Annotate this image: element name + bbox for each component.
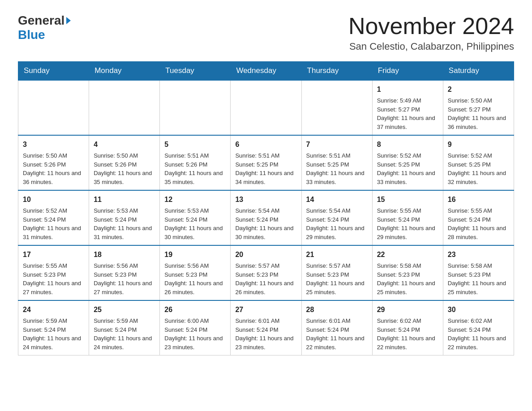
calendar-cell [18,80,89,135]
week-row-4: 17Sunrise: 5:55 AM Sunset: 5:23 PM Dayli… [18,245,514,300]
day-info: Sunrise: 5:57 AM Sunset: 5:23 PM Dayligh… [306,261,368,296]
calendar-cell: 30Sunrise: 6:02 AM Sunset: 5:24 PM Dayli… [443,300,514,355]
calendar-cell [231,80,301,135]
col-header-tuesday: Tuesday [160,62,231,81]
day-info: Sunrise: 5:51 AM Sunset: 5:25 PM Dayligh… [306,151,368,186]
col-header-wednesday: Wednesday [231,62,301,81]
calendar-cell: 28Sunrise: 6:01 AM Sunset: 5:24 PM Dayli… [301,300,372,355]
calendar-cell: 19Sunrise: 5:56 AM Sunset: 5:23 PM Dayli… [160,245,231,300]
calendar-cell [89,80,160,135]
day-number: 30 [448,304,509,315]
calendar-cell: 26Sunrise: 6:00 AM Sunset: 5:24 PM Dayli… [160,300,231,355]
logo-general-text: General [18,13,64,28]
calendar-cell: 5Sunrise: 5:51 AM Sunset: 5:26 PM Daylig… [160,135,231,190]
calendar-cell: 12Sunrise: 5:53 AM Sunset: 5:24 PM Dayli… [160,190,231,245]
day-info: Sunrise: 5:52 AM Sunset: 5:24 PM Dayligh… [23,206,84,241]
day-number: 13 [235,194,296,205]
day-number: 10 [23,194,84,205]
calendar-cell: 16Sunrise: 5:55 AM Sunset: 5:24 PM Dayli… [443,190,514,245]
calendar-cell: 24Sunrise: 5:59 AM Sunset: 5:24 PM Dayli… [18,300,89,355]
calendar-cell: 1Sunrise: 5:49 AM Sunset: 5:27 PM Daylig… [372,80,443,135]
day-info: Sunrise: 5:58 AM Sunset: 5:23 PM Dayligh… [377,261,438,296]
day-number: 7 [306,139,368,150]
day-info: Sunrise: 5:53 AM Sunset: 5:24 PM Dayligh… [94,206,155,241]
day-number: 16 [448,194,509,205]
day-info: Sunrise: 5:59 AM Sunset: 5:24 PM Dayligh… [23,317,84,351]
day-number: 6 [235,139,296,150]
day-info: Sunrise: 5:50 AM Sunset: 5:26 PM Dayligh… [94,151,155,186]
day-info: Sunrise: 5:53 AM Sunset: 5:24 PM Dayligh… [164,206,226,241]
calendar-cell: 11Sunrise: 5:53 AM Sunset: 5:24 PM Dayli… [89,190,160,245]
day-info: Sunrise: 5:54 AM Sunset: 5:24 PM Dayligh… [306,206,368,241]
calendar-cell: 21Sunrise: 5:57 AM Sunset: 5:23 PM Dayli… [301,245,372,300]
calendar-cell: 3Sunrise: 5:50 AM Sunset: 5:26 PM Daylig… [18,135,89,190]
location-text: San Celestio, Calabarzon, Philippines [348,41,514,52]
day-info: Sunrise: 5:55 AM Sunset: 5:24 PM Dayligh… [377,206,438,241]
day-info: Sunrise: 5:50 AM Sunset: 5:26 PM Dayligh… [23,151,84,186]
day-number: 11 [94,194,155,205]
day-info: Sunrise: 5:50 AM Sunset: 5:27 PM Dayligh… [448,96,509,131]
calendar-cell: 25Sunrise: 5:59 AM Sunset: 5:24 PM Dayli… [89,300,160,355]
col-header-saturday: Saturday [443,62,514,81]
calendar-cell: 9Sunrise: 5:52 AM Sunset: 5:25 PM Daylig… [443,135,514,190]
day-number: 8 [377,139,438,150]
calendar-cell: 10Sunrise: 5:52 AM Sunset: 5:24 PM Dayli… [18,190,89,245]
calendar-cell: 8Sunrise: 5:52 AM Sunset: 5:25 PM Daylig… [372,135,443,190]
day-info: Sunrise: 5:51 AM Sunset: 5:26 PM Dayligh… [164,151,226,186]
day-info: Sunrise: 5:49 AM Sunset: 5:27 PM Dayligh… [377,96,438,131]
day-number: 5 [164,139,226,150]
day-info: Sunrise: 6:01 AM Sunset: 5:24 PM Dayligh… [306,317,368,351]
day-number: 21 [306,249,368,260]
calendar-cell: 2Sunrise: 5:50 AM Sunset: 5:27 PM Daylig… [443,80,514,135]
logo-blue-text: Blue [18,28,45,42]
day-number: 9 [448,139,509,150]
day-info: Sunrise: 6:02 AM Sunset: 5:24 PM Dayligh… [448,317,509,351]
day-info: Sunrise: 5:56 AM Sunset: 5:23 PM Dayligh… [164,261,226,296]
col-header-sunday: Sunday [18,62,89,81]
day-number: 28 [306,304,368,315]
col-header-thursday: Thursday [301,62,372,81]
calendar-cell: 6Sunrise: 5:51 AM Sunset: 5:25 PM Daylig… [231,135,301,190]
week-row-5: 24Sunrise: 5:59 AM Sunset: 5:24 PM Dayli… [18,300,514,355]
day-info: Sunrise: 6:01 AM Sunset: 5:24 PM Dayligh… [235,317,296,351]
month-title: November 2024 [348,13,514,39]
day-number: 24 [23,304,84,315]
day-info: Sunrise: 5:54 AM Sunset: 5:24 PM Dayligh… [235,206,296,241]
day-number: 19 [164,249,226,260]
day-info: Sunrise: 5:52 AM Sunset: 5:25 PM Dayligh… [448,151,509,186]
day-info: Sunrise: 5:57 AM Sunset: 5:23 PM Dayligh… [235,261,296,296]
col-header-monday: Monday [89,62,160,81]
col-header-friday: Friday [372,62,443,81]
calendar-cell: 13Sunrise: 5:54 AM Sunset: 5:24 PM Dayli… [231,190,301,245]
day-number: 27 [235,304,296,315]
day-number: 15 [377,194,438,205]
day-number: 12 [164,194,226,205]
calendar-cell: 17Sunrise: 5:55 AM Sunset: 5:23 PM Dayli… [18,245,89,300]
day-number: 3 [23,139,84,150]
day-number: 17 [23,249,84,260]
calendar-cell: 18Sunrise: 5:56 AM Sunset: 5:23 PM Dayli… [89,245,160,300]
calendar-cell: 23Sunrise: 5:58 AM Sunset: 5:23 PM Dayli… [443,245,514,300]
day-info: Sunrise: 5:55 AM Sunset: 5:24 PM Dayligh… [448,206,509,241]
logo: General Blue [18,13,71,42]
day-number: 4 [94,139,155,150]
calendar-cell: 27Sunrise: 6:01 AM Sunset: 5:24 PM Dayli… [231,300,301,355]
day-number: 1 [377,84,438,95]
logo-arrow-icon [66,17,71,24]
week-row-3: 10Sunrise: 5:52 AM Sunset: 5:24 PM Dayli… [18,190,514,245]
title-area: November 2024 San Celestio, Calabarzon, … [348,13,514,52]
week-row-2: 3Sunrise: 5:50 AM Sunset: 5:26 PM Daylig… [18,135,514,190]
day-number: 2 [448,84,509,95]
week-row-1: 1Sunrise: 5:49 AM Sunset: 5:27 PM Daylig… [18,80,514,135]
calendar-cell: 22Sunrise: 5:58 AM Sunset: 5:23 PM Dayli… [372,245,443,300]
calendar-cell: 14Sunrise: 5:54 AM Sunset: 5:24 PM Dayli… [301,190,372,245]
calendar-cell [160,80,231,135]
day-info: Sunrise: 5:59 AM Sunset: 5:24 PM Dayligh… [94,317,155,351]
day-number: 18 [94,249,155,260]
day-info: Sunrise: 5:56 AM Sunset: 5:23 PM Dayligh… [94,261,155,296]
page-header: General Blue November 2024 San Celestio,… [18,13,514,52]
day-number: 22 [377,249,438,260]
day-info: Sunrise: 5:55 AM Sunset: 5:23 PM Dayligh… [23,261,84,296]
day-number: 25 [94,304,155,315]
calendar-cell: 20Sunrise: 5:57 AM Sunset: 5:23 PM Dayli… [231,245,301,300]
